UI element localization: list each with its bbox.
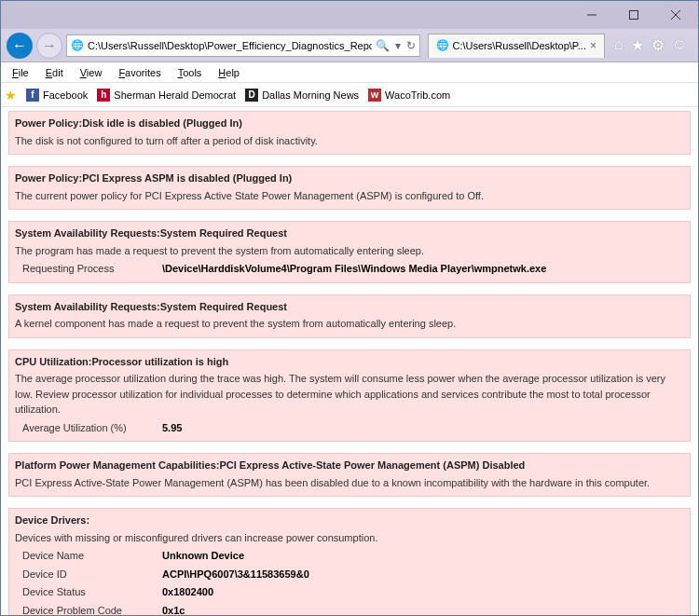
- kv-key: Requesting Process: [22, 261, 162, 277]
- favorites-bar: ★ fFacebook hSherman Herald Democrat DDa…: [1, 83, 698, 107]
- diagnostic-section: Power Policy:Disk idle is disabled (Plug…: [8, 111, 691, 155]
- page-content[interactable]: Power Policy:Disk idle is disabled (Plug…: [1, 107, 698, 616]
- key-value-row: Average Utilization (%)5.95: [15, 420, 684, 436]
- url-input[interactable]: [88, 40, 372, 51]
- diagnostic-section: Power Policy:PCI Express ASPM is disable…: [8, 166, 691, 210]
- kv-value: 0x1802400: [162, 584, 213, 600]
- diagnostic-section: Device Drivers:Devices with missing or m…: [8, 508, 691, 616]
- close-button[interactable]: [654, 2, 696, 28]
- favorite-dallas[interactable]: DDallas Morning News: [245, 89, 359, 102]
- diagnostic-section: System Availability Requests:System Requ…: [8, 294, 691, 338]
- section-body: The current power policy for PCI Express…: [15, 188, 684, 204]
- section-title: Platform Power Management Capabilities:P…: [15, 458, 684, 473]
- dallas-icon: D: [245, 89, 258, 102]
- menu-tools[interactable]: Tools: [171, 65, 210, 80]
- section-body: The average processor utilization during…: [15, 371, 684, 418]
- section-title: Power Policy:Disk idle is disabled (Plug…: [15, 116, 684, 131]
- section-title: System Availability Requests:System Requ…: [15, 226, 684, 241]
- herald-icon: h: [97, 89, 110, 102]
- section-body: PCI Express Active-State Power Managemen…: [15, 475, 684, 491]
- tab-title: C:\Users\Russell\Desktop\P...: [453, 40, 586, 51]
- section-title: Power Policy:PCI Express ASPM is disable…: [15, 171, 684, 186]
- kv-key: Device ID: [22, 567, 162, 582]
- facebook-icon: f: [26, 89, 39, 102]
- tab-strip: 🌐 C:\Users\Russell\Desktop\P... ×: [428, 34, 605, 58]
- kv-key: Device Problem Code: [22, 603, 162, 617]
- page-icon: 🌐: [71, 39, 84, 51]
- dropdown-icon[interactable]: ▾: [395, 39, 401, 52]
- section-body: Devices with missing or misconfigured dr…: [15, 530, 684, 546]
- section-title: System Availability Requests:System Requ…: [15, 299, 684, 315]
- section-title: CPU Utilization:Processor utilization is…: [15, 354, 684, 370]
- command-bar: ⌂ ★ ⚙ ☺: [609, 36, 692, 54]
- svg-rect-1: [629, 11, 637, 20]
- waco-icon: W: [368, 89, 381, 102]
- diagnostic-section: System Availability Requests:System Requ…: [8, 221, 691, 283]
- section-body: The disk is not configured to turn off a…: [15, 133, 684, 149]
- menu-bar: File Edit View Favorites Tools Help: [1, 62, 698, 83]
- navigation-bar: ← → 🌐 🔍 ▾ ↻ 🌐 C:\Users\Russell\Desktop\P…: [1, 29, 698, 62]
- window-titlebar: [1, 1, 698, 29]
- tab-close-icon[interactable]: ×: [590, 39, 596, 52]
- home-icon[interactable]: ⌂: [614, 36, 624, 54]
- favorite-facebook[interactable]: fFacebook: [26, 89, 88, 102]
- kv-key: Average Utilization (%): [22, 420, 162, 436]
- key-value-row: Requesting Process\Device\HarddiskVolume…: [15, 261, 684, 277]
- back-button[interactable]: ←: [7, 33, 33, 59]
- kv-value: \Device\HarddiskVolume4\Program Files\Wi…: [162, 261, 546, 277]
- key-value-row: Device Status0x1802400: [15, 584, 684, 600]
- ie-icon: 🌐: [436, 39, 449, 52]
- kv-value: 0x1c: [162, 603, 185, 617]
- search-icon[interactable]: 🔍: [376, 39, 390, 52]
- add-favorite-icon[interactable]: ★: [5, 88, 17, 103]
- menu-favorites[interactable]: Favorites: [111, 65, 168, 80]
- kv-value: ACPI\HPQ6007\3&11583659&0: [162, 567, 309, 582]
- kv-value: Unknown Device: [162, 548, 244, 564]
- key-value-row: Device Problem Code0x1c: [15, 603, 684, 617]
- menu-help[interactable]: Help: [211, 65, 247, 80]
- kv-key: Device Status: [22, 584, 162, 600]
- menu-view[interactable]: View: [73, 65, 110, 80]
- section-title: Device Drivers:: [15, 513, 684, 528]
- refresh-icon[interactable]: ↻: [406, 39, 416, 52]
- menu-edit[interactable]: Edit: [38, 65, 71, 80]
- key-value-row: Device IDACPI\HPQ6007\3&11583659&0: [15, 567, 684, 582]
- section-body: A kernel component has made a request to…: [15, 316, 684, 332]
- menu-file[interactable]: File: [5, 65, 36, 80]
- smiley-icon[interactable]: ☺: [672, 36, 687, 54]
- address-bar[interactable]: 🌐 🔍 ▾ ↻: [66, 34, 420, 57]
- maximize-button[interactable]: [612, 2, 654, 28]
- minimize-button[interactable]: [570, 2, 612, 28]
- settings-gear-icon[interactable]: ⚙: [651, 36, 665, 54]
- kv-value: 5.95: [162, 420, 182, 436]
- section-body: The program has made a request to preven…: [15, 243, 684, 259]
- browser-tab[interactable]: 🌐 C:\Users\Russell\Desktop\P... ×: [428, 34, 605, 58]
- key-value-row: Device NameUnknown Device: [15, 548, 684, 564]
- kv-key: Device Name: [22, 548, 162, 564]
- diagnostic-section: Platform Power Management Capabilities:P…: [8, 453, 691, 497]
- favorites-star-icon[interactable]: ★: [631, 36, 644, 54]
- favorite-sherman[interactable]: hSherman Herald Democrat: [97, 89, 236, 102]
- diagnostic-section: CPU Utilization:Processor utilization is…: [8, 349, 691, 443]
- favorite-waco[interactable]: WWacoTrib.com: [368, 89, 450, 102]
- forward-button[interactable]: →: [36, 33, 62, 59]
